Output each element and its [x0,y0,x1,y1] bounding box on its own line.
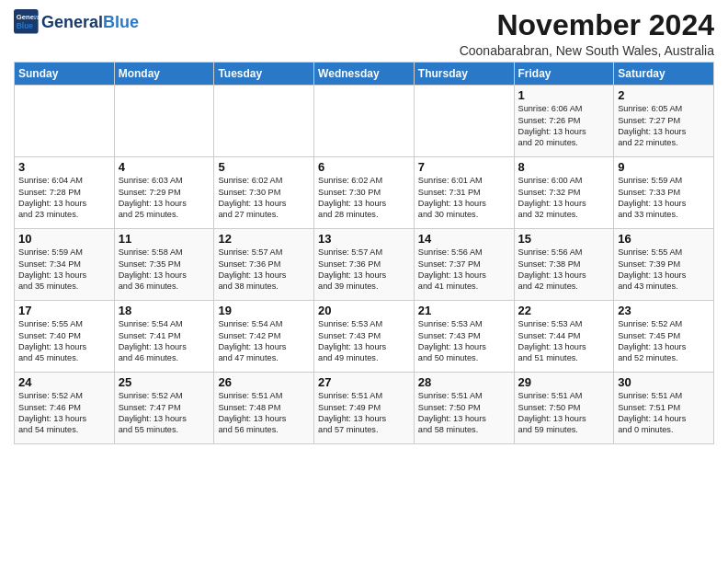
day-info: Sunrise: 5:51 AM Sunset: 7:50 PM Dayligh… [418,390,510,436]
day-info: Sunrise: 5:53 AM Sunset: 7:43 PM Dayligh… [418,318,510,364]
day-number: 21 [418,304,510,317]
calendar-cell: 30Sunrise: 5:51 AM Sunset: 7:51 PM Dayli… [614,373,714,444]
day-number: 11 [119,232,210,246]
day-number: 18 [119,304,210,317]
day-info: Sunrise: 5:51 AM Sunset: 7:50 PM Dayligh… [518,390,610,436]
day-info: Sunrise: 5:57 AM Sunset: 7:36 PM Dayligh… [218,247,310,293]
day-number: 29 [518,375,610,389]
calendar: Sunday Monday Tuesday Wednesday Thursday… [14,62,714,444]
day-number: 14 [418,232,510,246]
day-info: Sunrise: 5:56 AM Sunset: 7:37 PM Dayligh… [418,247,510,293]
day-info: Sunrise: 5:59 AM Sunset: 7:33 PM Dayligh… [618,175,710,221]
day-number: 13 [318,232,410,246]
day-number: 24 [18,375,110,389]
day-info: Sunrise: 5:51 AM Sunset: 7:48 PM Dayligh… [218,390,310,436]
header-friday: Friday [514,63,614,86]
header-wednesday: Wednesday [314,63,415,86]
calendar-week-2: 3Sunrise: 6:04 AM Sunset: 7:28 PM Daylig… [15,157,714,229]
calendar-cell: 13Sunrise: 5:57 AM Sunset: 7:36 PM Dayli… [314,229,415,301]
calendar-cell: 25Sunrise: 5:52 AM Sunset: 7:47 PM Dayli… [114,373,214,444]
calendar-cell: 24Sunrise: 5:52 AM Sunset: 7:46 PM Dayli… [15,373,115,444]
calendar-cell: 28Sunrise: 5:51 AM Sunset: 7:50 PM Dayli… [414,373,514,444]
calendar-cell: 2Sunrise: 6:05 AM Sunset: 7:27 PM Daylig… [614,86,714,157]
logo-general: General [41,13,103,31]
logo-icon: General Blue [14,9,40,35]
calendar-week-3: 10Sunrise: 5:59 AM Sunset: 7:34 PM Dayli… [15,229,714,301]
title-area: November 2024 Coonabarabran, New South W… [460,9,714,58]
calendar-cell: 8Sunrise: 6:00 AM Sunset: 7:32 PM Daylig… [514,157,614,229]
day-info: Sunrise: 6:03 AM Sunset: 7:29 PM Dayligh… [119,175,210,221]
day-number: 23 [618,304,710,317]
calendar-cell: 21Sunrise: 5:53 AM Sunset: 7:43 PM Dayli… [414,301,514,373]
header: General Blue GeneralBlue November 2024 C… [14,9,714,58]
day-info: Sunrise: 6:02 AM Sunset: 7:30 PM Dayligh… [218,175,310,221]
day-info: Sunrise: 5:51 AM Sunset: 7:49 PM Dayligh… [318,390,410,436]
calendar-cell: 20Sunrise: 5:53 AM Sunset: 7:43 PM Dayli… [314,301,415,373]
calendar-cell: 10Sunrise: 5:59 AM Sunset: 7:34 PM Dayli… [15,229,115,301]
month-title: November 2024 [460,9,714,41]
day-info: Sunrise: 5:57 AM Sunset: 7:36 PM Dayligh… [318,247,410,293]
day-number: 27 [318,375,410,389]
svg-text:Blue: Blue [17,21,33,30]
calendar-cell: 12Sunrise: 5:57 AM Sunset: 7:36 PM Dayli… [214,229,314,301]
day-number: 25 [119,375,210,389]
calendar-cell: 11Sunrise: 5:58 AM Sunset: 7:35 PM Dayli… [114,229,214,301]
day-info: Sunrise: 5:54 AM Sunset: 7:41 PM Dayligh… [119,318,210,364]
day-info: Sunrise: 5:55 AM Sunset: 7:40 PM Dayligh… [18,318,110,364]
day-info: Sunrise: 6:00 AM Sunset: 7:32 PM Dayligh… [518,175,610,221]
day-number: 22 [518,304,610,317]
calendar-cell [414,86,514,157]
calendar-cell: 5Sunrise: 6:02 AM Sunset: 7:30 PM Daylig… [214,157,314,229]
day-info: Sunrise: 5:59 AM Sunset: 7:34 PM Dayligh… [18,247,110,293]
logo-blue: Blue [103,13,139,31]
day-number: 5 [218,160,310,174]
day-number: 10 [18,232,110,246]
calendar-cell: 17Sunrise: 5:55 AM Sunset: 7:40 PM Dayli… [15,301,115,373]
calendar-week-1: 1Sunrise: 6:06 AM Sunset: 7:26 PM Daylig… [15,86,714,157]
day-number: 16 [618,232,710,246]
calendar-cell: 6Sunrise: 6:02 AM Sunset: 7:30 PM Daylig… [314,157,415,229]
day-info: Sunrise: 6:01 AM Sunset: 7:31 PM Dayligh… [418,175,510,221]
header-sunday: Sunday [15,63,115,86]
day-info: Sunrise: 5:55 AM Sunset: 7:39 PM Dayligh… [618,247,710,293]
day-number: 3 [18,160,110,174]
calendar-cell: 1Sunrise: 6:06 AM Sunset: 7:26 PM Daylig… [514,86,614,157]
calendar-cell [114,86,214,157]
day-info: Sunrise: 6:05 AM Sunset: 7:27 PM Dayligh… [618,103,710,149]
day-info: Sunrise: 5:53 AM Sunset: 7:43 PM Dayligh… [318,318,410,364]
calendar-cell: 22Sunrise: 5:53 AM Sunset: 7:44 PM Dayli… [514,301,614,373]
subtitle: Coonabarabran, New South Wales, Australi… [460,43,714,58]
calendar-cell: 26Sunrise: 5:51 AM Sunset: 7:48 PM Dayli… [214,373,314,444]
day-number: 26 [218,375,310,389]
calendar-cell: 4Sunrise: 6:03 AM Sunset: 7:29 PM Daylig… [114,157,214,229]
calendar-header-row: Sunday Monday Tuesday Wednesday Thursday… [15,63,714,86]
header-monday: Monday [114,63,214,86]
day-info: Sunrise: 6:04 AM Sunset: 7:28 PM Dayligh… [18,175,110,221]
calendar-cell: 23Sunrise: 5:52 AM Sunset: 7:45 PM Dayli… [614,301,714,373]
day-number: 19 [218,304,310,317]
calendar-cell: 27Sunrise: 5:51 AM Sunset: 7:49 PM Dayli… [314,373,415,444]
calendar-cell [214,86,314,157]
calendar-cell: 18Sunrise: 5:54 AM Sunset: 7:41 PM Dayli… [114,301,214,373]
day-info: Sunrise: 6:02 AM Sunset: 7:30 PM Dayligh… [318,175,410,221]
day-number: 30 [618,375,710,389]
calendar-cell: 14Sunrise: 5:56 AM Sunset: 7:37 PM Dayli… [414,229,514,301]
calendar-cell: 15Sunrise: 5:56 AM Sunset: 7:38 PM Dayli… [514,229,614,301]
day-info: Sunrise: 5:58 AM Sunset: 7:35 PM Dayligh… [119,247,210,293]
calendar-week-4: 17Sunrise: 5:55 AM Sunset: 7:40 PM Dayli… [15,301,714,373]
calendar-cell [15,86,115,157]
logo-area: General Blue GeneralBlue [14,9,139,35]
day-number: 9 [618,160,710,174]
day-number: 15 [518,232,610,246]
page: General Blue GeneralBlue November 2024 C… [0,0,728,449]
header-tuesday: Tuesday [214,63,314,86]
day-number: 12 [218,232,310,246]
header-thursday: Thursday [414,63,514,86]
calendar-cell: 9Sunrise: 5:59 AM Sunset: 7:33 PM Daylig… [614,157,714,229]
header-saturday: Saturday [614,63,714,86]
day-info: Sunrise: 5:54 AM Sunset: 7:42 PM Dayligh… [218,318,310,364]
calendar-cell: 29Sunrise: 5:51 AM Sunset: 7:50 PM Dayli… [514,373,614,444]
day-info: Sunrise: 5:52 AM Sunset: 7:47 PM Dayligh… [119,390,210,436]
calendar-cell: 3Sunrise: 6:04 AM Sunset: 7:28 PM Daylig… [15,157,115,229]
day-number: 17 [18,304,110,317]
